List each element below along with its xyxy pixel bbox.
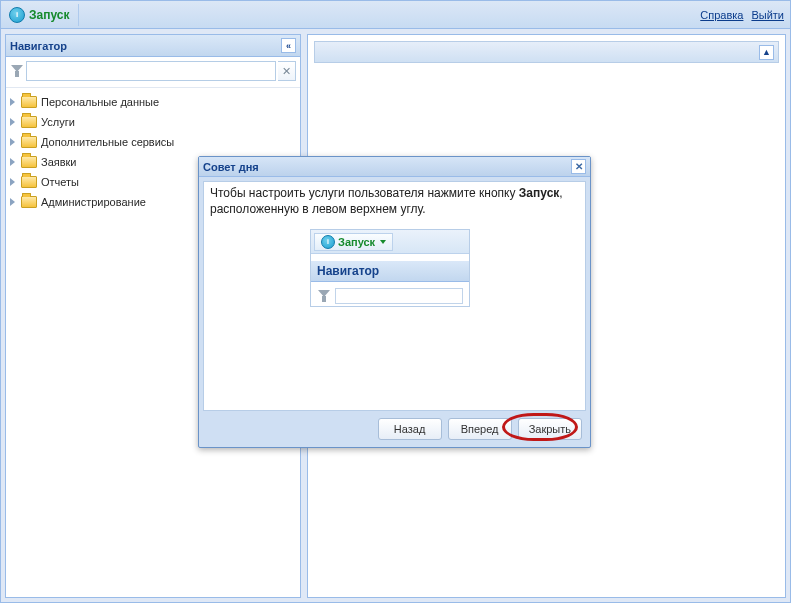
mini-nav-header: Навигатор: [311, 260, 469, 282]
folder-icon: [21, 196, 37, 208]
expand-icon: [10, 118, 15, 126]
dialog-close-button[interactable]: ✕: [571, 159, 586, 174]
dropdown-icon: [380, 240, 386, 244]
tip-part-1: Чтобы настроить услуги пользователя нажм…: [210, 186, 519, 200]
topbar-links: Справка Выйти: [700, 9, 784, 21]
mini-filter-row: [311, 286, 469, 306]
app-logo-icon: i: [321, 235, 335, 249]
start-button[interactable]: i Запуск: [7, 4, 79, 26]
mini-start-button: i Запуск: [314, 233, 393, 251]
tree-label: Услуги: [41, 116, 75, 128]
dialog-title: Совет дня: [203, 161, 259, 173]
folder-icon: [21, 116, 37, 128]
expand-icon: [10, 98, 15, 106]
tip-illustration: i Запуск Навигатор: [310, 229, 470, 307]
filter-icon: [317, 290, 331, 302]
dialog-footer: Назад Вперед Закрыть: [199, 411, 590, 447]
start-label: Запуск: [29, 8, 70, 22]
collapse-left-button[interactable]: «: [281, 38, 296, 53]
navigator-header: Навигатор «: [6, 35, 300, 57]
dialog-body: Чтобы настроить услуги пользователя нажм…: [203, 181, 586, 411]
expand-icon: [10, 198, 15, 206]
mini-nav-title: Навигатор: [317, 264, 379, 278]
tree-item[interactable]: Дополнительные сервисы: [8, 132, 298, 152]
filter-input[interactable]: [26, 61, 276, 81]
dialog-header[interactable]: Совет дня ✕: [199, 157, 590, 177]
filter-icon: [10, 65, 24, 77]
content-sub-header: ▲: [314, 41, 779, 63]
tip-bold: Запуск: [519, 186, 560, 200]
mini-start-label: Запуск: [338, 236, 375, 248]
forward-button[interactable]: Вперед: [448, 418, 512, 440]
navigator-title: Навигатор: [10, 40, 67, 52]
expand-icon: [10, 178, 15, 186]
tip-dialog: Совет дня ✕ Чтобы настроить услуги польз…: [198, 156, 591, 448]
back-button[interactable]: Назад: [378, 418, 442, 440]
folder-icon: [21, 136, 37, 148]
close-button[interactable]: Закрыть: [518, 418, 582, 440]
tree-label: Заявки: [41, 156, 77, 168]
mini-filter-input: [335, 288, 463, 304]
expand-icon: [10, 158, 15, 166]
tree-label: Персональные данные: [41, 96, 159, 108]
tree-item[interactable]: Услуги: [8, 112, 298, 132]
clear-filter-button[interactable]: ✕: [278, 61, 296, 81]
folder-icon: [21, 96, 37, 108]
tree-label: Отчеты: [41, 176, 79, 188]
tree-item[interactable]: Персональные данные: [8, 92, 298, 112]
app-logo-icon: i: [9, 7, 25, 23]
tip-text: Чтобы настроить услуги пользователя нажм…: [210, 186, 579, 217]
logout-link[interactable]: Выйти: [751, 9, 784, 21]
folder-icon: [21, 176, 37, 188]
collapse-up-button[interactable]: ▲: [759, 45, 774, 60]
topbar: i Запуск Справка Выйти: [1, 1, 790, 29]
help-link[interactable]: Справка: [700, 9, 743, 21]
mini-topbar: i Запуск: [311, 230, 469, 254]
folder-icon: [21, 156, 37, 168]
tree-label: Дополнительные сервисы: [41, 136, 174, 148]
expand-icon: [10, 138, 15, 146]
filter-row: ✕: [6, 57, 300, 88]
tree-label: Администрирование: [41, 196, 146, 208]
